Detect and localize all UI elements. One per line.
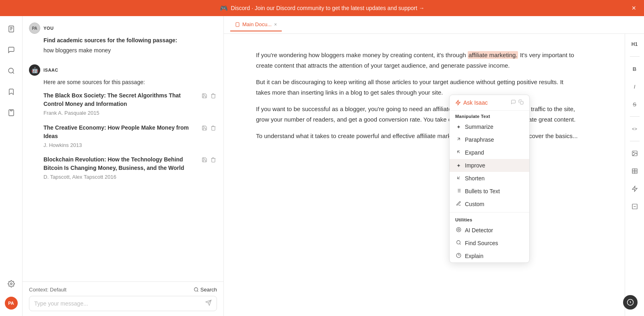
bold-icon[interactable]: B <box>629 63 640 74</box>
explain-label: Explain <box>465 253 483 259</box>
tab-close-button[interactable]: × <box>274 22 277 27</box>
flash-icon[interactable] <box>629 183 640 194</box>
bullets-icon <box>455 188 462 194</box>
book1-save-button[interactable] <box>201 92 208 101</box>
menu-item-paraphrase[interactable]: Paraphrase <box>450 133 529 146</box>
prompt-query: how bloggers make money <box>43 46 217 55</box>
svg-rect-18 <box>520 101 523 104</box>
book3-delete-button[interactable] <box>210 156 217 165</box>
book-reference-3: Blockchain Revolution: How the Technolog… <box>43 155 217 181</box>
svg-point-27 <box>456 241 460 244</box>
book1-delete-button[interactable] <box>210 92 217 101</box>
book3-author: D. Tapscott, Alex Tapscott 2016 <box>43 173 198 181</box>
book-reference-1: The Black Box Society: The Secret Algori… <box>43 91 217 117</box>
isaac-message: 🤖 ISAAC Here are some sources for this p… <box>29 64 217 181</box>
paragraph4: To understand what it takes to create po… <box>256 131 578 141</box>
expand-label: Expand <box>465 149 484 156</box>
chat-icon[interactable] <box>5 43 18 56</box>
discord-banner[interactable]: 🎮 Discord · Join our Discord community t… <box>0 0 644 16</box>
minus-icon[interactable] <box>629 201 640 212</box>
book-reference-2: The Creative Economy: How People Make Mo… <box>43 124 217 149</box>
sidebar-bottom-icons: PA <box>5 277 18 310</box>
ask-isaac-button[interactable]: Ask Isaac <box>455 99 488 106</box>
settings-icon[interactable] <box>5 277 18 290</box>
code-icon[interactable]: <> <box>629 123 640 134</box>
clipboard-icon[interactable] <box>5 106 18 119</box>
floating-action-button[interactable] <box>623 295 638 310</box>
find-sources-label: Find Sources <box>465 240 498 246</box>
icon-sidebar: PA <box>0 16 23 316</box>
send-button[interactable] <box>205 299 212 308</box>
menu-item-custom[interactable]: Custom <box>450 198 529 211</box>
menu-item-ai-detector[interactable]: AI Detector <box>450 224 529 237</box>
svg-point-25 <box>456 227 461 232</box>
book3-save-button[interactable] <box>201 156 208 165</box>
user-message: PA YOU Find academic sources for the fol… <box>29 23 217 55</box>
menu-item-find-sources[interactable]: Find Sources <box>450 237 529 250</box>
menu-item-summarize[interactable]: ✦ Summarize <box>450 120 529 133</box>
svg-point-26 <box>458 229 459 230</box>
book2-title: The Creative Economy: How People Make Mo… <box>43 124 198 140</box>
search-button-label: Search <box>200 287 217 293</box>
utilities-label: Utilities <box>450 214 529 224</box>
document-icon[interactable] <box>5 23 18 35</box>
strikethrough-icon[interactable]: S <box>629 99 640 110</box>
book1-title: The Black Box Society: The Secret Algori… <box>43 91 198 108</box>
menu-item-explain[interactable]: Explain <box>450 250 529 262</box>
shorten-icon <box>455 175 462 182</box>
table-icon[interactable] <box>629 165 640 177</box>
prompt-label: Find academic sources for the following … <box>43 36 217 45</box>
isaac-message-content: Here are some sources for this passage: … <box>43 78 217 181</box>
svg-rect-0 <box>9 26 14 32</box>
context-menu-header: Ask Isaac <box>450 95 529 111</box>
banner-close-button[interactable]: × <box>632 4 636 12</box>
paraphrase-label: Paraphrase <box>465 136 494 143</box>
summarize-icon: ✦ <box>455 124 462 130</box>
search-sidebar-icon[interactable] <box>5 64 18 77</box>
book2-save-button[interactable] <box>201 124 208 133</box>
svg-rect-2 <box>10 110 12 111</box>
summarize-label: Summarize <box>465 124 493 130</box>
isaac-intro: Here are some sources for this passage: <box>43 78 217 87</box>
chat-bubble-icon[interactable] <box>511 99 516 106</box>
italic-icon[interactable]: I <box>629 81 640 92</box>
document-text: If you're wondering how bloggers make mo… <box>256 50 578 141</box>
heading1-icon[interactable]: H1 <box>629 39 640 50</box>
search-button[interactable]: Search <box>194 287 217 293</box>
bullets-to-text-label: Bullets to Text <box>465 188 500 194</box>
format-divider-2 <box>630 116 640 117</box>
improve-icon: ✦ <box>455 163 462 169</box>
svg-point-9 <box>633 152 634 153</box>
bookmark-icon[interactable] <box>5 85 18 98</box>
menu-item-bullets-to-text[interactable]: Bullets to Text <box>450 185 529 198</box>
copy-icon[interactable] <box>518 99 524 106</box>
context-menu-header-icons <box>511 99 524 106</box>
utilities-divider <box>450 212 529 213</box>
ai-detector-icon <box>455 227 462 233</box>
document-content: If you're wondering how bloggers make mo… <box>224 34 625 316</box>
menu-item-improve[interactable]: ✦ Improve <box>450 159 529 172</box>
isaac-sender-label: ISAAC <box>43 68 58 72</box>
improve-label: Improve <box>465 162 485 169</box>
svg-point-3 <box>10 283 12 285</box>
svg-marker-14 <box>632 186 637 191</box>
document-panel: Main Docu... × If you're wondering how b… <box>224 16 644 316</box>
isaac-avatar: 🤖 <box>29 64 40 76</box>
book2-delete-button[interactable] <box>210 124 217 133</box>
tab-main-document[interactable]: Main Docu... × <box>230 18 282 31</box>
image-icon[interactable] <box>629 148 640 159</box>
message-input[interactable] <box>34 300 202 307</box>
paragraph1-start: If you're wondering how bloggers make mo… <box>256 52 468 58</box>
ai-detector-label: AI Detector <box>465 227 493 233</box>
chat-messages: PA YOU Find academic sources for the fol… <box>23 16 223 281</box>
svg-point-4 <box>194 288 198 291</box>
user-avatar[interactable]: PA <box>5 297 18 310</box>
user-message-content: Find academic sources for the following … <box>43 36 217 55</box>
tab-label: Main Docu... <box>242 21 272 27</box>
highlighted-text: affiliate marketing. <box>468 51 518 59</box>
book2-author: J. Howkins 2013 <box>43 141 198 149</box>
context-label: Context: Default <box>29 287 66 293</box>
menu-item-shorten[interactable]: Shorten <box>450 172 529 185</box>
menu-item-expand[interactable]: Expand <box>450 146 529 159</box>
user-sender-label: YOU <box>43 26 54 31</box>
